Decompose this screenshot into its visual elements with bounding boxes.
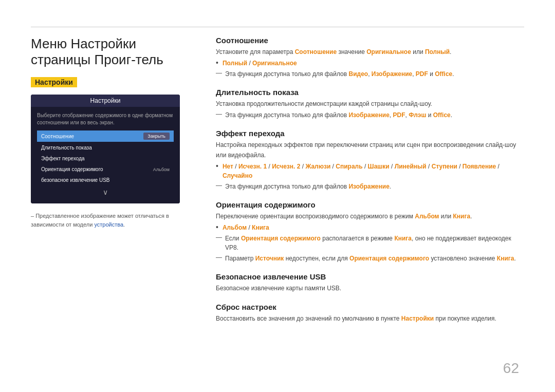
page-number: 62 [503,360,519,377]
screen-item-duration[interactable]: Длительность показа [37,143,174,153]
bullet-soothношение: • Полный / Оригинальное [216,59,524,68]
text-effect: Настройка переходных эффектов при перекл… [216,140,524,160]
page-title: Меню Настройки страницы Проиг-тель [31,36,190,68]
section-label: Настройки [31,77,77,87]
heading-usb: Безопасное извлечение USB [216,272,524,281]
bullet-text-soothношение: Полный / Оригинальное [223,59,297,68]
screen-body: Выберите отображение содержимого в одне … [31,107,180,203]
screen-item-usb[interactable]: безопасное извлечение USB [37,175,174,185]
left-column: Меню Настройки страницы Проиг-тель Настр… [31,36,190,229]
heading-soothношение: Соотношение [216,36,524,45]
text-usb: Безопасное извлечение карты памяти USB. [216,284,524,293]
text-orientation: Переключение ориентации воспроизводимого… [216,212,524,221]
screen-item-soothношение[interactable]: Соотношение Закрыть [37,130,174,142]
text-duration: Установка продолжительности демонстрации… [216,99,524,109]
note-effect: — Эта функция доступна только для файлов… [216,182,524,191]
bullet-text-orientation: Альбом / Книга [223,223,269,232]
section-soothношение: Соотношение Установите для параметра Соо… [216,36,524,79]
top-divider [31,27,524,27]
note-duration: — Эта функция доступна только для файлов… [216,110,524,120]
section-reset: Сброс настроек Восстановить все значения… [216,303,524,324]
note-orientation-2: — Параметр Источник недоступен, если для… [216,254,524,263]
heading-duration: Длительность показа [216,88,524,97]
note-soothношение: — Эта функция доступна только для файлов… [216,69,524,79]
bullet-effect: • Нет / Исчезн. 1 / Исчезн. 2 / Жалюзи /… [216,162,524,180]
screen-titlebar: Настройки [31,95,180,107]
text-soothношение: Установите для параметра Соотношение зна… [216,47,524,57]
bullet-text-effect: Нет / Исчезн. 1 / Исчезн. 2 / Жалюзи / С… [223,162,524,180]
note-orientation-1: — Если Ориентация содержимого располагае… [216,234,524,252]
section-duration: Длительность показа Установка продолжите… [216,88,524,120]
bullet-icon-effect: • [216,162,218,170]
bullet-icon-orientation: • [216,223,218,231]
bullet-orientation: • Альбом / Книга [216,223,524,232]
screen-description: Выберите отображение содержимого в одне … [37,112,174,126]
screen-close-button[interactable]: Закрыть [143,133,170,140]
screen-chevron: ∨ [37,186,174,198]
mockup-note: – Представленное изображение может отлич… [31,212,190,229]
right-column: Соотношение Установите для параметра Соо… [216,36,524,333]
heading-reset: Сброс настроек [216,303,524,311]
text-reset: Восстановить все значения до значений по… [216,314,524,324]
section-usb: Безопасное извлечение USB Безопасное изв… [216,272,524,293]
section-effect: Эффект перехода Настройка переходных эфф… [216,129,524,191]
section-orientation: Ориентация содержимого Переключение орие… [216,200,524,263]
bullet-icon: • [216,59,218,67]
heading-effect: Эффект перехода [216,129,524,138]
screen-item-orientation[interactable]: Ориентация содержимого Альбом [37,164,174,174]
screen-mockup: Настройки Выберите отображение содержимо… [31,95,180,203]
heading-orientation: Ориентация содержимого [216,200,524,209]
screen-item-effect[interactable]: Эффект перехода [37,154,174,163]
